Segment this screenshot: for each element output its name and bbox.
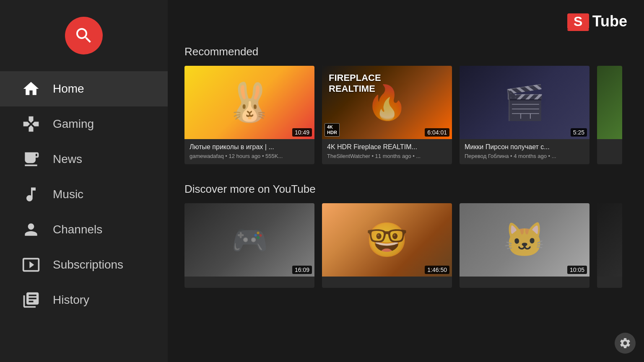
video-thumb-v7: 🐱 10:05	[460, 203, 589, 277]
history-icon	[21, 290, 41, 310]
discover-section: Discover more on YouTube 🎮 16:09 �	[184, 176, 627, 300]
discover-title: Discover more on YouTube	[184, 183, 627, 196]
video-thumb-v2: 🔥 FIREPLACEREALTIME 4KHDR 6:04:01	[322, 66, 452, 139]
sidebar-label-gaming: Gaming	[53, 117, 94, 131]
news-icon	[21, 149, 41, 169]
sidebar-label-channels: Channels	[53, 223, 102, 236]
subscriptions-icon	[21, 255, 41, 275]
video-card-v5[interactable]: 🎮 16:09	[184, 203, 314, 288]
video-thumb-v6: 🤓 1:46:50	[322, 203, 452, 277]
sidebar-label-history: History	[53, 293, 89, 307]
video-thumb-v1: 🐰 10:49	[184, 66, 314, 139]
settings-button[interactable]	[615, 333, 636, 354]
sidebar-item-channels[interactable]: Channels	[0, 212, 168, 247]
video-thumb-v5: 🎮 16:09	[184, 203, 314, 277]
video-meta-v3: Перевод Гоблина • 4 months ago • ...	[465, 153, 584, 159]
duration-v2: 6:04:01	[425, 128, 449, 137]
video-card-v4[interactable]	[597, 66, 622, 164]
video-card-v1[interactable]: 🐰 10:49 Лютые приколы в играх | ... game…	[184, 66, 314, 164]
header: S Tube	[184, 8, 627, 39]
search-icon	[74, 26, 94, 46]
duration-v6: 1:46:50	[425, 266, 449, 274]
sidebar-item-history[interactable]: History	[0, 282, 168, 318]
video-meta-v2: TheSilentWatcher • 11 months ago • ...	[327, 153, 447, 159]
video-card-v8[interactable]	[597, 203, 622, 288]
music-icon	[21, 184, 41, 204]
home-icon	[21, 79, 41, 99]
logo: S Tube	[567, 13, 627, 30]
video-card-v6[interactable]: 🤓 1:46:50	[322, 203, 452, 288]
duration-v1: 10:49	[292, 128, 312, 137]
discover-row: 🎮 16:09 🤓 1:46:50	[184, 203, 627, 288]
video-title-v3: Микки Пирсон получает с...	[465, 143, 584, 151]
video-card-v7[interactable]: 🐱 10:05	[460, 203, 589, 288]
duration-v5: 16:09	[292, 266, 312, 274]
sidebar-label-news: News	[53, 153, 82, 166]
search-button[interactable]	[65, 17, 103, 54]
sidebar-item-gaming[interactable]: Gaming	[0, 106, 168, 142]
video-title-v1: Лютые приколы в играх | ...	[190, 143, 309, 151]
gaming-icon	[21, 114, 41, 134]
sidebar-label-subscriptions: Subscriptions	[53, 258, 123, 272]
video-thumb-v8	[597, 203, 622, 277]
recommended-row: 🐰 10:49 Лютые приколы в играх | ... game…	[184, 66, 627, 164]
video-thumb-v4	[597, 66, 622, 139]
sidebar-item-music[interactable]: Music	[0, 177, 168, 212]
logo-tube: Tube	[592, 13, 627, 30]
video-card-v3[interactable]: 🎬 5:25 Микки Пирсон получает с... Перево…	[460, 66, 589, 164]
sidebar-item-news[interactable]: News	[0, 142, 168, 177]
channels-icon	[21, 220, 41, 240]
logo-s: S	[567, 13, 589, 29]
duration-v3: 5:25	[571, 128, 587, 137]
recommended-title: Recommended	[184, 45, 627, 58]
settings-icon	[619, 337, 631, 349]
badge-4k-v2: 4KHDR	[325, 123, 340, 137]
sidebar-label-music: Music	[53, 188, 83, 201]
video-card-v2[interactable]: 🔥 FIREPLACEREALTIME 4KHDR 6:04:01 4K HDR…	[322, 66, 452, 164]
sidebar-item-home[interactable]: Home	[0, 71, 168, 106]
sidebar-item-subscriptions[interactable]: Subscriptions	[0, 247, 168, 282]
video-thumb-v3: 🎬 5:25	[460, 66, 589, 139]
recommended-section: Recommended 🐰 10:49 Лютые приколы в игра…	[184, 39, 627, 176]
sidebar-label-home: Home	[53, 82, 84, 96]
video-meta-v1: gamewadafaq • 12 hours ago • 555K...	[190, 153, 309, 159]
main-content: S Tube Recommended 🐰 10:49 Лютые приколы…	[168, 0, 644, 362]
duration-v7: 10:05	[567, 266, 587, 274]
sidebar: Home Gaming News Music Channels Subscrip…	[0, 0, 168, 362]
video-title-v2: 4K HDR Fireplace REALTIM...	[327, 143, 447, 151]
